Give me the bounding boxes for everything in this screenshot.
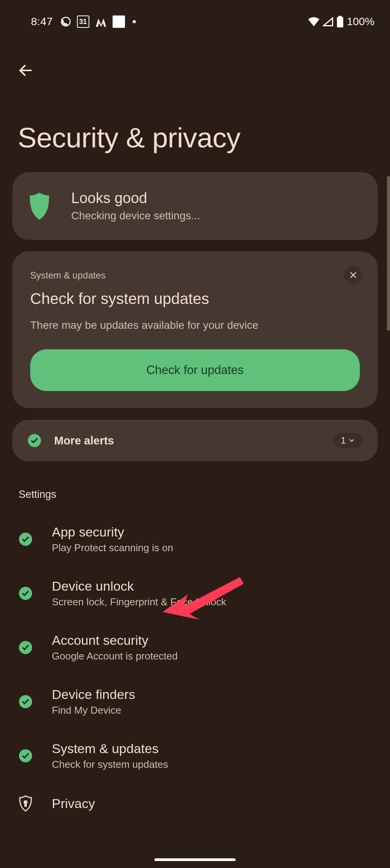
setting-account-security[interactable]: Account security Google Account is prote…	[12, 620, 378, 675]
status-right: 100%	[308, 15, 375, 28]
content: Looks good Checking device settings... S…	[0, 172, 390, 824]
check-icon	[19, 695, 32, 708]
system-updates-card: System & updates Check for system update…	[12, 251, 378, 408]
svg-rect-2	[339, 16, 342, 17]
settings-section-label: Settings	[12, 473, 378, 512]
battery-icon	[337, 16, 344, 27]
cellular-icon	[323, 17, 334, 26]
check-icon	[28, 434, 41, 447]
alerts-count-pill: 1	[334, 433, 362, 448]
update-description: There may be updates available for your …	[30, 319, 360, 331]
gesture-bar[interactable]	[154, 858, 236, 861]
setting-subtitle: Find My Device	[52, 704, 135, 716]
setting-privacy[interactable]: Privacy	[12, 783, 378, 824]
check-updates-button[interactable]: Check for updates	[30, 349, 360, 391]
update-title: Check for system updates	[30, 290, 360, 308]
setting-title: Device unlock	[52, 579, 226, 594]
arrow-left-icon	[17, 62, 34, 79]
security-status-card[interactable]: Looks good Checking device settings...	[12, 172, 378, 240]
app-bar: Security & privacy	[0, 35, 390, 172]
back-button[interactable]	[13, 58, 38, 83]
setting-subtitle: Google Account is protected	[52, 650, 178, 662]
setting-title: System & updates	[52, 741, 168, 756]
check-icon	[19, 749, 32, 762]
app-icon	[113, 15, 125, 28]
setting-title: App security	[52, 525, 173, 540]
update-eyebrow: System & updates	[30, 270, 360, 281]
alerts-count: 1	[341, 435, 346, 446]
battery-percent: 100%	[347, 15, 375, 28]
status-left: 8:47 31	[31, 15, 136, 28]
setting-device-unlock[interactable]: Device unlock Screen lock, Fingerprint &…	[12, 566, 378, 620]
status-bar: 8:47 31 100%	[0, 0, 390, 35]
svg-rect-7	[25, 803, 26, 806]
setting-title: Device finders	[52, 687, 135, 702]
status-subtitle: Checking device settings...	[71, 210, 200, 222]
calendar-icon: 31	[77, 15, 89, 28]
check-icon	[19, 587, 32, 600]
setting-subtitle: Check for system updates	[52, 759, 168, 771]
setting-title: Privacy	[52, 796, 95, 811]
status-title: Looks good	[71, 190, 200, 207]
close-icon	[349, 271, 358, 279]
svg-rect-1	[337, 17, 343, 27]
more-alerts-row[interactable]: More alerts 1	[12, 420, 378, 461]
wifi-icon	[308, 17, 320, 26]
page-title: Security & privacy	[13, 83, 377, 172]
setting-system-updates[interactable]: System & updates Check for system update…	[12, 729, 378, 783]
setting-device-finders[interactable]: Device finders Find My Device	[12, 675, 378, 729]
m-app-icon	[95, 16, 107, 27]
more-alerts-label: More alerts	[54, 434, 321, 447]
check-icon	[19, 641, 32, 654]
scrollbar[interactable]	[387, 176, 390, 331]
setting-subtitle: Play Protect scanning is on	[52, 542, 173, 554]
dismiss-button[interactable]	[344, 266, 362, 284]
chevron-down-icon	[348, 437, 355, 444]
shield-icon	[28, 193, 51, 220]
setting-app-security[interactable]: App security Play Protect scanning is on	[12, 512, 378, 566]
setting-title: Account security	[52, 633, 178, 648]
check-icon	[19, 533, 32, 546]
notification-dot-icon	[133, 20, 136, 23]
clock-text: 8:47	[31, 15, 53, 28]
setting-subtitle: Screen lock, Fingerprint & Face Unlock	[52, 596, 226, 608]
privacy-shield-icon	[19, 795, 32, 812]
whatsapp-icon	[60, 16, 72, 27]
